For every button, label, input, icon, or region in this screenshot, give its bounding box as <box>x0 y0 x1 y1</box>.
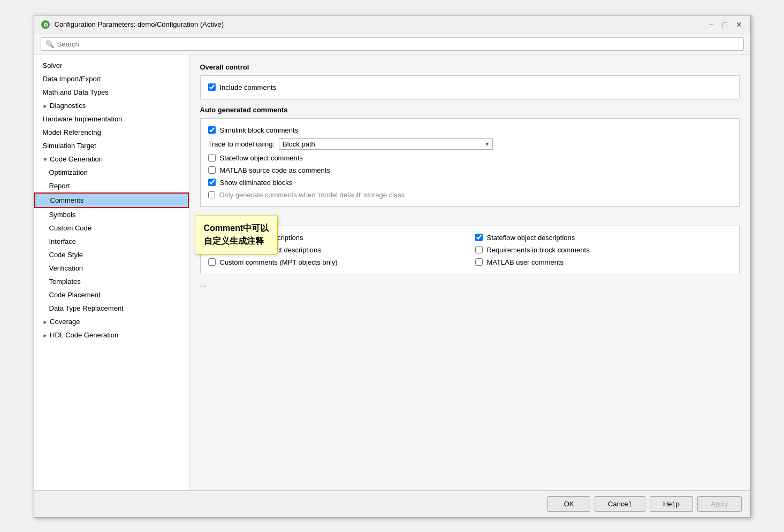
sidebar-item-solver[interactable]: Solver <box>34 59 189 72</box>
matlab-user-comments-checkbox[interactable] <box>475 258 483 266</box>
sidebar-item-report[interactable]: Report <box>34 179 189 192</box>
custom-comments-grid: Simulink block descriptions Simulink dat… <box>208 232 732 268</box>
maximize-button[interactable]: □ <box>720 20 730 29</box>
sidebar: Solver Data Import/Export Math and Data … <box>34 55 189 490</box>
code-gen-arrow: ▼ <box>43 157 48 163</box>
stateflow-object-label: Stateflow object comments <box>220 154 303 162</box>
custom-comments-box: Simulink block descriptions Simulink dat… <box>200 226 740 274</box>
stateflow-obj-desc-row: Stateflow object descriptions <box>475 232 732 244</box>
matlab-source-label: MATLAB source code as comments <box>220 166 330 174</box>
show-eliminated-label: Show eliminated blocks <box>220 179 293 187</box>
simulink-block-comments-checkbox[interactable] <box>208 126 216 134</box>
sidebar-item-code-placement[interactable]: Code Placement <box>34 288 189 302</box>
custom-comments-mpt-checkbox[interactable] <box>208 258 216 266</box>
requirements-block-label: Requirements in block comments <box>487 246 590 254</box>
close-button[interactable]: ✕ <box>734 20 744 29</box>
coverage-arrow: ► <box>43 319 48 325</box>
auto-generated-box: Simulink block comments Trace to model u… <box>200 118 740 207</box>
tooltip-box: Comment中可以自定义生成注释 <box>195 215 278 255</box>
titlebar-left: ⚙ Configuration Parameters: demo/Configu… <box>41 20 224 29</box>
diagnostics-arrow: ► <box>43 103 48 109</box>
sidebar-item-math-data-types[interactable]: Math and Data Types <box>34 86 189 99</box>
sidebar-item-code-generation[interactable]: ▼ Code Generation <box>34 152 189 166</box>
minimize-button[interactable]: − <box>706 20 716 29</box>
trace-select[interactable]: Block path <box>279 138 493 150</box>
storage-row: Only generate comments when 'model defau… <box>208 189 732 201</box>
trace-select-wrap: Block path <box>279 138 493 150</box>
matlab-user-comments-label: MATLAB user comments <box>487 258 564 266</box>
main-window: ⚙ Configuration Parameters: demo/Configu… <box>34 15 751 518</box>
sidebar-item-hdl-code-gen[interactable]: ► HDL Code Generation <box>34 328 189 342</box>
titlebar: ⚙ Configuration Parameters: demo/Configu… <box>34 16 750 34</box>
sidebar-item-data-type-replacement[interactable]: Data Type Replacement <box>34 302 189 315</box>
sidebar-item-custom-code[interactable]: Custom Code <box>34 221 189 235</box>
search-input[interactable] <box>57 40 739 48</box>
show-eliminated-row: Show eliminated blocks <box>208 176 732 189</box>
requirements-block-checkbox[interactable] <box>475 246 483 253</box>
stateflow-object-row: Stateflow object comments <box>208 152 732 164</box>
stateflow-obj-desc-label: Stateflow object descriptions <box>487 234 575 242</box>
include-comments-row: Include comments <box>208 81 732 94</box>
sidebar-item-templates[interactable]: Templates <box>34 275 189 288</box>
tooltip-text: Comment中可以自定义生成注释 <box>204 223 269 245</box>
simulink-block-comments-label: Simulink block comments <box>220 126 299 134</box>
include-comments-checkbox[interactable] <box>208 83 216 91</box>
sidebar-item-hardware-impl[interactable]: Hardware Implementation <box>34 112 189 126</box>
sidebar-item-diagnostics[interactable]: ► Diagnostics <box>34 99 189 112</box>
custom-comments-mpt-row: Custom comments (MPT objects only) <box>208 256 465 268</box>
sidebar-item-symbols[interactable]: Symbols <box>34 208 189 221</box>
custom-comments-mpt-label: Custom comments (MPT objects only) <box>220 258 338 266</box>
main-area: Solver Data Import/Export Math and Data … <box>34 55 750 490</box>
hdl-arrow: ► <box>43 333 48 338</box>
overall-control-title: Overall control <box>200 63 740 71</box>
requirements-block-row: Requirements in block comments <box>475 244 732 256</box>
app-icon: ⚙ <box>41 20 50 29</box>
window-title: Configuration Parameters: demo/Configura… <box>55 20 224 28</box>
sidebar-item-model-referencing[interactable]: Model Referencing <box>34 126 189 139</box>
apply-button[interactable]: Apply <box>697 496 742 512</box>
trace-row: Trace to model using: Block path <box>208 136 732 152</box>
matlab-user-comments-row: MATLAB user comments <box>475 256 732 268</box>
ok-button[interactable]: OK <box>547 496 590 512</box>
sidebar-item-data-import-export[interactable]: Data Import/Export <box>34 72 189 86</box>
sidebar-item-optimization[interactable]: Optimization <box>34 166 189 179</box>
storage-class-checkbox[interactable] <box>208 191 215 198</box>
show-eliminated-checkbox[interactable] <box>208 179 216 186</box>
sidebar-item-comments[interactable]: Comments <box>34 192 189 208</box>
titlebar-controls: − □ ✕ <box>706 20 744 29</box>
custom-comments-title: Custom comments <box>200 213 740 221</box>
matlab-source-checkbox[interactable] <box>208 166 216 174</box>
ellipsis: ... <box>200 280 740 288</box>
sidebar-item-coverage[interactable]: ► Coverage <box>34 315 189 328</box>
search-bar: 🔍 <box>34 34 750 55</box>
storage-label: Only generate comments when 'model defau… <box>219 191 405 199</box>
stateflow-object-checkbox[interactable] <box>208 154 216 161</box>
include-comments-label: Include comments <box>220 83 277 91</box>
sidebar-item-code-style[interactable]: Code Style <box>34 248 189 261</box>
simulink-block-comments-row: Simulink block comments <box>208 124 732 136</box>
stateflow-obj-desc-checkbox[interactable] <box>475 234 483 241</box>
help-button[interactable]: He1p <box>650 496 693 512</box>
overall-control-box: Include comments <box>200 75 740 99</box>
sidebar-item-interface[interactable]: Interface <box>34 235 189 248</box>
custom-col2: Stateflow object descriptions Requiremen… <box>475 232 732 268</box>
content-area: Overall control Include comments Auto ge… <box>189 55 750 490</box>
svg-text:⚙: ⚙ <box>43 22 48 28</box>
footer: OK Cance1 He1p Apply <box>34 490 750 517</box>
sidebar-item-simulation-target[interactable]: Simulation Target <box>34 139 189 152</box>
cancel-button[interactable]: Cance1 <box>595 496 645 512</box>
search-icon: 🔍 <box>45 40 54 48</box>
matlab-source-row: MATLAB source code as comments <box>208 164 732 176</box>
auto-generated-title: Auto generated comments <box>200 106 740 114</box>
search-wrap: 🔍 <box>41 37 744 51</box>
sidebar-item-verification[interactable]: Verification <box>34 261 189 275</box>
trace-label: Trace to model using: <box>208 140 275 148</box>
